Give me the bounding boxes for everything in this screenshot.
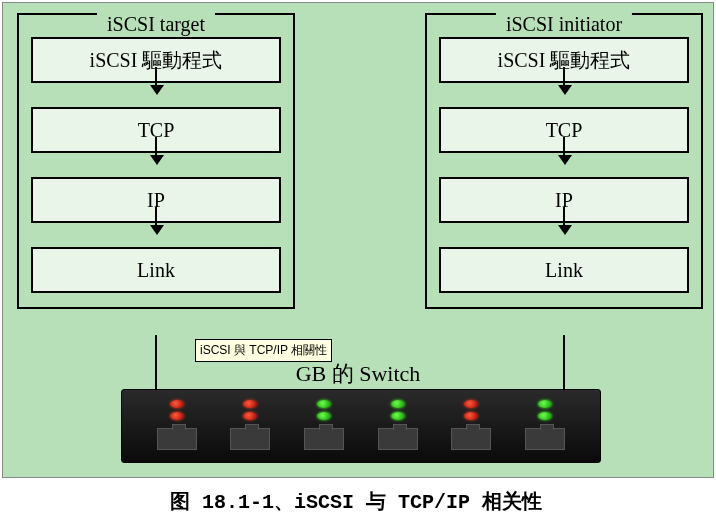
led-icon xyxy=(243,412,257,420)
layer-link: Link xyxy=(439,247,689,293)
tooltip: iSCSI 與 TCP/IP 相關性 xyxy=(195,339,332,362)
figure-caption: 图 18.1-1、iSCSI 与 TCP/IP 相关性 xyxy=(0,480,712,515)
stack-title-initiator: iSCSI initiator xyxy=(496,13,632,36)
ethernet-port-icon xyxy=(525,428,565,450)
arrow-down-icon xyxy=(149,83,163,107)
led-icon xyxy=(170,412,184,420)
layer-link: Link xyxy=(31,247,281,293)
switch-label: GB 的 Switch xyxy=(3,359,713,389)
arrow-down-icon xyxy=(557,83,571,107)
led-icon xyxy=(317,400,331,408)
led-icon xyxy=(317,412,331,420)
ethernet-port-icon xyxy=(378,428,418,450)
led-icon xyxy=(243,400,257,408)
arrow-down-icon xyxy=(149,223,163,247)
iscsi-initiator-stack: iSCSI initiator iSCSI 驅動程式 TCP IP Link xyxy=(425,13,703,309)
led-icon xyxy=(538,400,552,408)
ethernet-port-icon xyxy=(157,428,197,450)
led-icon xyxy=(538,412,552,420)
ethernet-port-icon xyxy=(304,428,344,450)
diagram-area: iSCSI target iSCSI 驅動程式 TCP IP Link iSCS… xyxy=(2,2,714,478)
ethernet-port-icon xyxy=(230,428,270,450)
led-icon xyxy=(170,400,184,408)
stack-title-target: iSCSI target xyxy=(97,13,215,36)
ethernet-port-icon xyxy=(451,428,491,450)
switch-port-row xyxy=(122,422,600,450)
led-icon xyxy=(391,400,405,408)
arrow-down-icon xyxy=(149,153,163,177)
led-icon xyxy=(464,400,478,408)
led-icon xyxy=(391,412,405,420)
led-icon xyxy=(464,412,478,420)
arrow-down-icon xyxy=(557,223,571,247)
network-switch xyxy=(121,389,601,463)
switch-led-row xyxy=(122,390,600,422)
iscsi-target-stack: iSCSI target iSCSI 驅動程式 TCP IP Link xyxy=(17,13,295,309)
arrow-down-icon xyxy=(557,153,571,177)
